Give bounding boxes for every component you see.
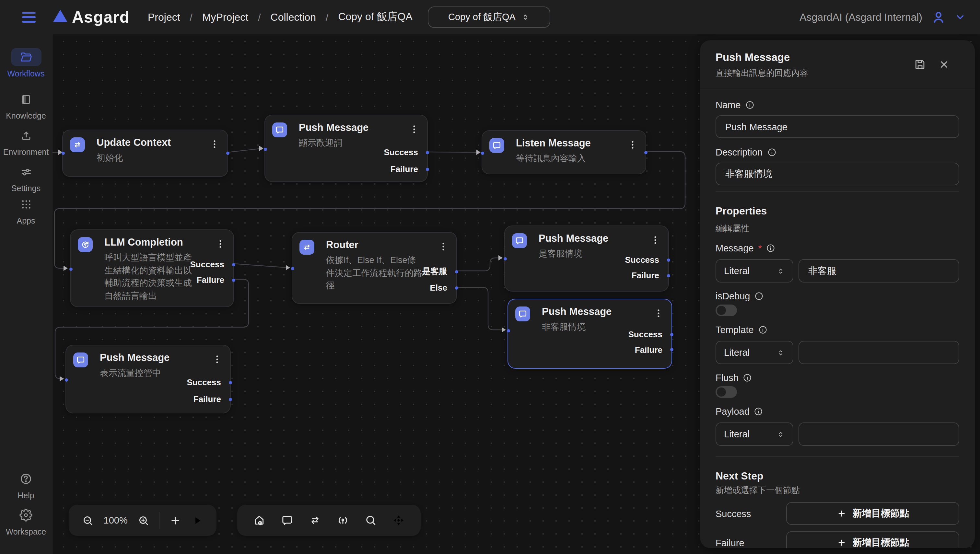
chevron-down-icon[interactable] xyxy=(955,12,966,23)
node-title: Push Message xyxy=(539,232,608,244)
sidebar-item-apps[interactable]: Apps xyxy=(0,195,52,226)
output-port[interactable] xyxy=(229,398,232,401)
node-menu-icon[interactable] xyxy=(209,138,220,150)
prop-label-isDebug: isDebug xyxy=(715,291,959,301)
close-icon[interactable] xyxy=(939,59,950,70)
prop-label-Message: Message* xyxy=(715,243,959,253)
prop-input-Payload[interactable] xyxy=(798,422,959,446)
play-icon xyxy=(191,514,204,527)
menu-icon[interactable] xyxy=(22,12,36,22)
sidebar-item-label: Environment xyxy=(3,148,49,157)
node-listen-message[interactable]: Listen Message等待訊息內容輸入 xyxy=(481,130,646,174)
node-menu-icon[interactable] xyxy=(650,234,660,245)
sidebar-item-workflows[interactable]: Workflows xyxy=(0,48,52,78)
field-input-Name[interactable]: Push Message xyxy=(715,115,959,138)
output-port[interactable] xyxy=(232,278,235,282)
input-port[interactable] xyxy=(69,267,72,271)
gear-icon xyxy=(19,509,32,522)
breadcrumb-project[interactable]: Project xyxy=(148,11,180,23)
output-port[interactable] xyxy=(667,274,670,277)
breadcrumb-collection[interactable]: Collection xyxy=(271,11,316,23)
prop-input-Message[interactable]: 非客服 xyxy=(798,259,959,282)
node-title: Push Message xyxy=(299,122,368,134)
prop-select-Message[interactable]: Literal xyxy=(715,259,794,282)
port-label-Success: Success xyxy=(186,377,221,387)
input-port[interactable] xyxy=(263,147,267,151)
node-menu-icon[interactable] xyxy=(215,238,226,250)
sidebar-item-environment[interactable]: Environment xyxy=(0,126,52,157)
prop-toggle-Flush[interactable] xyxy=(715,386,737,398)
output-port[interactable] xyxy=(670,348,673,351)
comment-button[interactable] xyxy=(280,514,293,527)
swap-button[interactable] xyxy=(309,514,322,527)
properties-title: Properties xyxy=(715,205,959,217)
output-port[interactable] xyxy=(644,151,647,154)
node-push-welcome[interactable]: Push Message顯示歡迎詞SuccessFailure xyxy=(265,115,428,182)
add-target-node-button-Failure[interactable]: 新增目標節點 xyxy=(786,531,959,548)
save-icon[interactable] xyxy=(914,58,926,71)
output-port[interactable] xyxy=(667,258,670,261)
folder-icon xyxy=(19,51,32,64)
locate-button[interactable] xyxy=(336,514,349,527)
sidebar-item-knowledge[interactable]: Knowledge xyxy=(0,90,52,121)
workflow-selector[interactable]: Copy of 飯店QA xyxy=(428,6,550,28)
port-label-Failure: Failure xyxy=(197,275,224,285)
node-menu-icon[interactable] xyxy=(409,123,419,135)
input-port[interactable] xyxy=(503,257,507,260)
add-target-node-button-Success[interactable]: 新增目標節點 xyxy=(786,502,959,525)
breadcrumb-current[interactable]: Copy of 飯店QA xyxy=(338,10,412,24)
sidebar-item-label: Workspace xyxy=(6,527,46,536)
output-port[interactable] xyxy=(226,151,229,154)
node-subtitle: 依據If、Else If、Else條件決定工作流程執行的路徑 xyxy=(326,254,422,292)
run-button[interactable] xyxy=(191,514,204,527)
field-input-Description[interactable]: 非客服情境 xyxy=(715,162,959,185)
node-push-noncs[interactable]: Push Message非客服情境SuccessFailure xyxy=(507,299,672,369)
output-port[interactable] xyxy=(232,263,235,266)
zoom-level: 100% xyxy=(104,515,127,525)
node-push-throttle[interactable]: Push Message表示流量控管中SuccessFailure xyxy=(65,345,231,413)
node-menu-icon[interactable] xyxy=(653,307,664,319)
zoom-out-icon xyxy=(82,514,94,527)
input-port[interactable] xyxy=(481,151,484,154)
account[interactable]: AsgardAI (Asgard Internal) xyxy=(800,0,966,34)
zoom-out-button[interactable] xyxy=(82,514,94,527)
node-menu-icon[interactable] xyxy=(438,240,449,252)
next-step-title: Next Step xyxy=(715,470,959,482)
sidebar-item-settings[interactable]: Settings xyxy=(0,162,52,193)
node-push-cs[interactable]: Push Message是客服情境SuccessFailure xyxy=(504,226,669,291)
search-button[interactable] xyxy=(364,514,377,527)
output-port[interactable] xyxy=(455,270,458,273)
sidebar-item-workspace[interactable]: Workspace xyxy=(0,506,52,536)
node-type-icon xyxy=(78,237,93,252)
prop-select-Payload[interactable]: Literal xyxy=(715,422,794,446)
prop-toggle-isDebug[interactable] xyxy=(715,304,737,316)
add-flow-button[interactable] xyxy=(253,514,266,527)
node-router[interactable]: Router依據If、Else If、Else條件決定工作流程執行的路徑是客服E… xyxy=(292,232,457,304)
output-port[interactable] xyxy=(670,333,673,336)
input-port[interactable] xyxy=(507,329,510,332)
node-type-icon xyxy=(489,138,504,153)
input-port[interactable] xyxy=(291,267,294,270)
node-llm-completion[interactable]: LLM Completion呼叫大型語言模型並產生結構化的資料輸出以輔助流程的決… xyxy=(70,229,234,307)
input-port[interactable] xyxy=(61,151,64,154)
output-port[interactable] xyxy=(426,167,429,171)
output-port[interactable] xyxy=(426,151,429,154)
node-update-context[interactable]: Update Context初始化 xyxy=(62,130,228,177)
prop-input-Template[interactable] xyxy=(798,341,959,364)
input-port[interactable] xyxy=(64,378,68,381)
output-port[interactable] xyxy=(455,286,458,289)
llm-icon xyxy=(80,240,90,250)
prop-select-Template[interactable]: Literal xyxy=(715,341,794,364)
breadcrumb-myproject[interactable]: MyProject xyxy=(202,11,248,23)
node-menu-icon[interactable] xyxy=(212,353,222,365)
output-port[interactable] xyxy=(229,380,232,384)
port-label-Failure: Failure xyxy=(635,345,663,354)
add-node-button[interactable] xyxy=(169,514,182,527)
sidebar-item-help[interactable]: Help xyxy=(0,470,52,500)
sliders-icon xyxy=(20,166,32,178)
node-subtitle: 是客服情境 xyxy=(539,248,582,260)
kebab-icon xyxy=(409,123,419,134)
node-menu-icon[interactable] xyxy=(628,138,638,150)
zoom-in-button[interactable] xyxy=(137,514,150,527)
move-button[interactable] xyxy=(392,514,405,527)
